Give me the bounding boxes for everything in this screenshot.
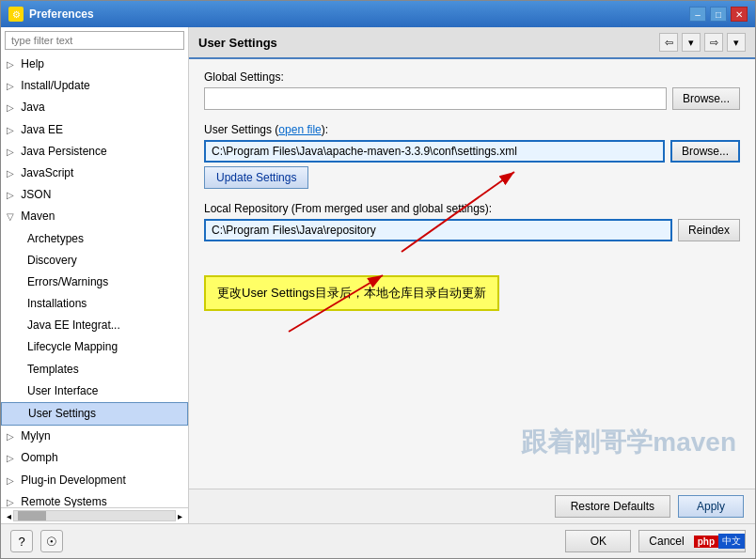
local-repo-section: Local Repository (From merged user and g… — [204, 202, 740, 241]
sidebar-item-label: Oomph — [21, 451, 57, 464]
user-settings-section: User Settings (open file): Browse... Upd… — [204, 123, 740, 189]
watermark: 跟着刚哥学maven — [521, 425, 736, 460]
preferences-icon-button[interactable]: ☉ — [40, 530, 63, 552]
sidebar-item-mylyn[interactable]: ▷ Mylyn — [1, 426, 188, 447]
sidebar-item-remote-systems[interactable]: ▷ Remote Systems — [1, 491, 188, 507]
global-settings-label: Global Settings: — [204, 70, 740, 84]
close-button[interactable]: ✕ — [731, 7, 748, 22]
local-repo-label: Local Repository (From merged user and g… — [204, 202, 740, 215]
expand-icon: ▷ — [7, 429, 18, 444]
global-browse-button[interactable]: Browse... — [672, 87, 740, 110]
bottom-right: OK Cancel php 中文 — [565, 530, 746, 552]
title-bar-left: ⚙ Preferences — [8, 7, 94, 22]
scroll-left-btn[interactable]: ◂ — [5, 511, 13, 521]
bottom-bar: ? ☉ OK Cancel php 中文 — [1, 523, 755, 558]
tree-container: ▷ Help ▷ Install/Update ▷ Java ▷ Java EE — [1, 54, 188, 507]
reindex-button[interactable]: Reindex — [678, 219, 740, 241]
sidebar-item-label: Remote Systems — [21, 495, 106, 507]
expand-icon: ▷ — [7, 451, 18, 466]
sidebar-item-label: Maven — [21, 210, 55, 223]
sidebar-item-install-update[interactable]: ▷ Install/Update — [1, 75, 188, 97]
sidebar-item-java-persistence[interactable]: ▷ Java Persistence — [1, 141, 188, 163]
sidebar-item-label: Lifecycle Mapping — [27, 340, 118, 353]
bottom-left: ? ☉ — [10, 530, 63, 552]
dropdown2-icon[interactable]: ▾ — [727, 33, 746, 52]
annotation-box: 更改User Settings目录后，本地仓库目录自动更新 — [204, 275, 499, 311]
open-file-link[interactable]: open file — [278, 123, 321, 136]
expand-icon: ▷ — [7, 79, 18, 94]
scroll-right-btn[interactable]: ▸ — [176, 511, 184, 521]
expand-icon: ▷ — [7, 166, 18, 181]
local-repo-input[interactable] — [204, 219, 672, 241]
sidebar-item-user-interface[interactable]: User Interface — [1, 380, 188, 402]
sidebar-item-label: JSON — [21, 188, 51, 201]
cancel-button[interactable]: Cancel php 中文 — [638, 530, 746, 552]
h-scroll-track[interactable] — [13, 510, 176, 521]
title-controls: – □ ✕ — [689, 7, 748, 22]
expand-icon: ▷ — [7, 57, 18, 72]
php-badge: php — [694, 536, 718, 548]
sidebar-item-user-settings[interactable]: User Settings — [1, 402, 188, 426]
sidebar-item-errors-warnings[interactable]: Errors/Warnings — [1, 272, 188, 293]
user-settings-row: Browse... — [204, 140, 740, 163]
user-settings-input[interactable] — [204, 140, 665, 163]
sidebar-item-label: User Settings — [28, 407, 96, 420]
sidebar-item-lifecycle-mapping[interactable]: Lifecycle Mapping — [1, 336, 188, 358]
global-settings-section: Global Settings: Browse... — [204, 70, 740, 110]
panel-action-bar: Restore Defaults Apply — [189, 489, 755, 523]
local-repo-row: Reindex — [204, 219, 740, 241]
h-scroll-thumb[interactable] — [18, 511, 46, 520]
sidebar-item-plugin-development[interactable]: ▷ Plug-in Development — [1, 470, 188, 491]
help-icon-button[interactable]: ? — [10, 530, 33, 552]
dropdown-icon[interactable]: ▾ — [682, 33, 701, 52]
sidebar-item-templates[interactable]: Templates — [1, 359, 188, 380]
sidebar-item-json[interactable]: ▷ JSON — [1, 184, 188, 206]
right-panel: User Settings ⇦ ▾ ⇨ ▾ Global Settings: B… — [189, 27, 755, 523]
sidebar-item-label: Plug-in Development — [21, 474, 125, 487]
left-panel: ▷ Help ▷ Install/Update ▷ Java ▷ Java EE — [1, 27, 189, 523]
expand-icon: ▷ — [7, 188, 18, 203]
sidebar-item-label: Mylyn — [21, 429, 50, 443]
sidebar-item-java[interactable]: ▷ Java — [1, 97, 188, 118]
sidebar-item-archetypes[interactable]: Archetypes — [1, 228, 188, 250]
window-title: Preferences — [29, 8, 94, 21]
back-icon[interactable]: ⇦ — [659, 33, 678, 52]
expand-icon: ▷ — [7, 145, 18, 160]
sidebar-item-help[interactable]: ▷ Help — [1, 54, 188, 75]
expand-icon: ▷ — [7, 101, 18, 116]
expand-icon: ▽ — [7, 210, 18, 225]
panel-title: User Settings — [198, 36, 277, 50]
global-settings-input[interactable] — [204, 87, 667, 110]
user-browse-button[interactable]: Browse... — [670, 140, 740, 163]
sidebar-item-label: Java Persistence — [21, 145, 106, 158]
sidebar-item-label: Help — [21, 57, 44, 70]
sidebar-item-maven[interactable]: ▽ Maven — [1, 206, 188, 227]
maximize-button[interactable]: □ — [710, 7, 727, 22]
forward-icon[interactable]: ⇨ — [704, 33, 723, 52]
global-settings-row: Browse... — [204, 87, 740, 110]
header-icons: ⇦ ▾ ⇨ ▾ — [659, 33, 746, 52]
expand-icon: ▷ — [7, 495, 18, 507]
expand-icon: ▷ — [7, 474, 18, 489]
ok-button[interactable]: OK — [565, 530, 631, 552]
sidebar-item-java-ee[interactable]: ▷ Java EE — [1, 119, 188, 141]
minimize-button[interactable]: – — [689, 7, 706, 22]
annotation-area: 更改User Settings目录后，本地仓库目录自动更新 — [204, 256, 740, 311]
cancel-label: Cancel — [639, 531, 693, 551]
sidebar-item-label: Templates — [27, 363, 79, 376]
sidebar-item-discovery[interactable]: Discovery — [1, 250, 188, 272]
filter-input[interactable] — [5, 31, 184, 50]
window-icon: ⚙ — [8, 7, 24, 22]
restore-defaults-button[interactable]: Restore Defaults — [555, 495, 670, 518]
apply-button[interactable]: Apply — [678, 495, 744, 518]
sidebar-item-oomph[interactable]: ▷ Oomph — [1, 447, 188, 469]
sidebar-item-javascript[interactable]: ▷ JavaScript — [1, 163, 188, 184]
sidebar-item-label: Java EE Integrat... — [27, 318, 120, 332]
update-settings-button[interactable]: Update Settings — [204, 166, 308, 189]
sidebar-item-label: Errors/Warnings — [27, 275, 108, 288]
sidebar-item-java-ee-integration[interactable]: Java EE Integrat... — [1, 315, 188, 336]
panel-header: User Settings ⇦ ▾ ⇨ ▾ — [189, 27, 755, 59]
h-scrollbar[interactable]: ◂ ▸ — [1, 507, 188, 523]
sidebar-item-installations[interactable]: Installations — [1, 293, 188, 315]
preferences-window: ⚙ Preferences – □ ✕ ▷ Help ▷ — [0, 0, 756, 559]
